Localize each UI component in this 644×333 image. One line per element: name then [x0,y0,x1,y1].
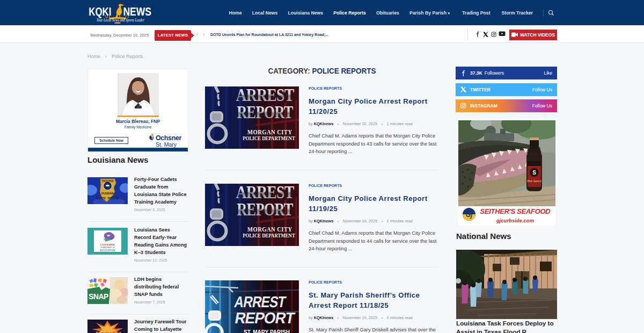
svg-text:EDUCATION: EDUCATION [100,249,115,252]
svg-text:JOURNEY: JOURNEY [94,331,121,333]
svg-text:gjcurbside.com: gjcurbside.com [496,218,535,223]
svg-text:STATE POLICE: STATE POLICE [97,197,119,200]
svg-text:St. Mary: St. Mary [156,141,177,148]
svg-text:TROOPER: TROOPER [101,180,114,183]
svg-text:Gj: Gj [466,211,473,219]
svg-text:ARREST: ARREST [233,293,288,310]
svg-text:SNAP: SNAP [89,292,108,301]
svg-text:Hot Sauce: Hot Sauce [526,179,541,183]
svg-text:LOUISIANA: LOUISIANA [99,192,116,195]
svg-text:S: S [532,170,536,176]
svg-text:Ochsner: Ochsner [156,134,181,142]
svg-text:ST. MARY PARISH: ST. MARY PARISH [244,329,290,333]
svg-text:DEPARTMENT OF: DEPARTMENT OF [100,247,115,249]
svg-text:REPORT: REPORT [233,309,296,327]
svg-text:LOUISIANA: LOUISIANA [100,243,115,246]
svg-text:SEITHER'S SEAFOOD: SEITHER'S SEAFOOD [480,207,551,215]
